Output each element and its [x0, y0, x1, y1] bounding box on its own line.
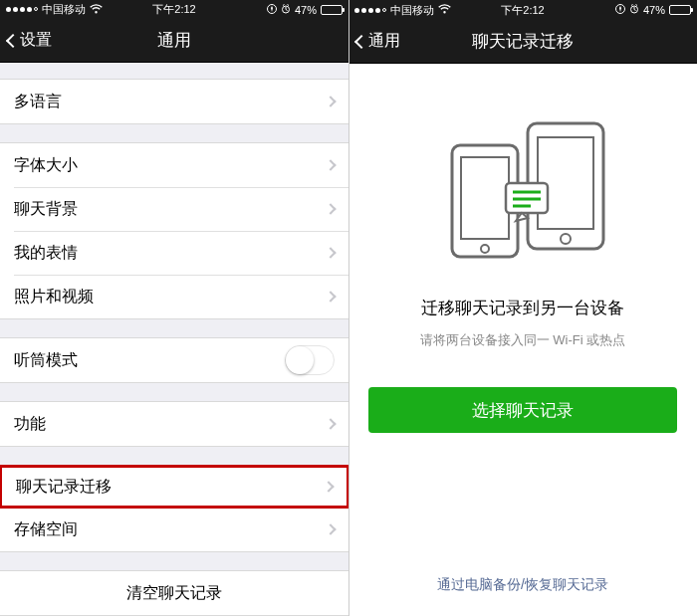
nav-bar: 通用 聊天记录迁移 [348, 20, 697, 64]
earpiece-toggle[interactable] [285, 345, 335, 375]
row-label: 功能 [14, 414, 46, 435]
row-chat-background[interactable]: 聊天背景 [0, 187, 348, 231]
row-features[interactable]: 功能 [0, 402, 348, 446]
nav-bar: 设置 通用 [0, 20, 348, 63]
clock-label: 下午2:12 [501, 3, 544, 18]
row-label: 照片和视频 [14, 287, 94, 308]
carrier-label: 中国移动 [390, 3, 434, 18]
backup-via-pc-link[interactable]: 通过电脑备份/恢复聊天记录 [348, 576, 697, 594]
carrier-label: 中国移动 [42, 2, 86, 17]
battery-pct-label: 47% [295, 4, 317, 16]
row-label: 清空聊天记录 [126, 583, 222, 604]
back-button[interactable]: 设置 [0, 30, 60, 51]
row-label: 听筒模式 [14, 350, 78, 371]
chevron-left-icon [6, 34, 20, 48]
migration-content: 迁移聊天记录到另一台设备 请将两台设备接入同一 Wi-Fi 或热点 选择聊天记录… [348, 64, 697, 616]
button-label: 选择聊天记录 [472, 399, 574, 422]
row-label: 多语言 [14, 92, 62, 112]
row-my-stickers[interactable]: 我的表情 [0, 231, 348, 275]
wifi-icon [90, 4, 103, 16]
screen-general-settings: 中国移动 下午2:12 47% 设置 通用 [0, 0, 348, 616]
compass-icon [267, 4, 277, 16]
phones-transfer-icon [428, 113, 617, 267]
clock-label: 下午2:12 [152, 2, 195, 17]
chevron-right-icon [325, 96, 336, 106]
row-earpiece-mode[interactable]: 听筒模式 [0, 338, 348, 382]
battery-icon [321, 5, 343, 15]
row-label: 我的表情 [14, 243, 78, 264]
back-label: 设置 [20, 30, 52, 51]
row-storage[interactable]: 存储空间 [0, 508, 348, 551]
row-label: 聊天记录迁移 [16, 477, 112, 498]
row-chat-migration[interactable]: 聊天记录迁移 [0, 465, 348, 509]
battery-icon [669, 5, 691, 15]
wifi-icon [438, 4, 451, 16]
screen-divider [348, 0, 349, 616]
chevron-right-icon [323, 481, 334, 492]
back-button[interactable]: 通用 [348, 31, 408, 52]
row-language[interactable]: 多语言 [0, 80, 348, 123]
alarm-icon [281, 4, 291, 16]
screen-chat-migration: 中国移动 下午2:12 47% 通用 聊天 [348, 0, 697, 616]
chevron-right-icon [325, 247, 336, 258]
row-label: 存储空间 [14, 519, 78, 540]
status-bar: 中国移动 下午2:12 47% [0, 0, 348, 20]
chevron-left-icon [354, 34, 368, 48]
back-label: 通用 [368, 31, 400, 52]
chevron-right-icon [325, 523, 336, 534]
select-chat-button[interactable]: 选择聊天记录 [368, 387, 677, 433]
row-clear-chat[interactable]: 清空聊天记录 [0, 571, 348, 615]
signal-dots-icon [354, 8, 386, 13]
chevron-right-icon [325, 159, 336, 170]
row-label: 聊天背景 [14, 199, 78, 220]
battery-pct-label: 47% [643, 4, 665, 16]
alarm-icon [629, 4, 639, 16]
compass-icon [615, 4, 625, 16]
migration-heading: 迁移聊天记录到另一台设备 [421, 297, 624, 319]
chevron-right-icon [325, 418, 336, 429]
status-bar: 中国移动 下午2:12 47% [348, 0, 697, 20]
signal-dots-icon [6, 7, 38, 12]
svg-rect-5 [461, 157, 509, 239]
row-photos-videos[interactable]: 照片和视频 [0, 275, 348, 318]
chevron-right-icon [325, 203, 336, 214]
row-label: 字体大小 [14, 155, 78, 176]
chevron-right-icon [325, 291, 336, 302]
row-font-size[interactable]: 字体大小 [0, 143, 348, 187]
link-label: 通过电脑备份/恢复聊天记录 [437, 576, 608, 592]
migration-subtitle: 请将两台设备接入同一 Wi-Fi 或热点 [420, 331, 626, 349]
